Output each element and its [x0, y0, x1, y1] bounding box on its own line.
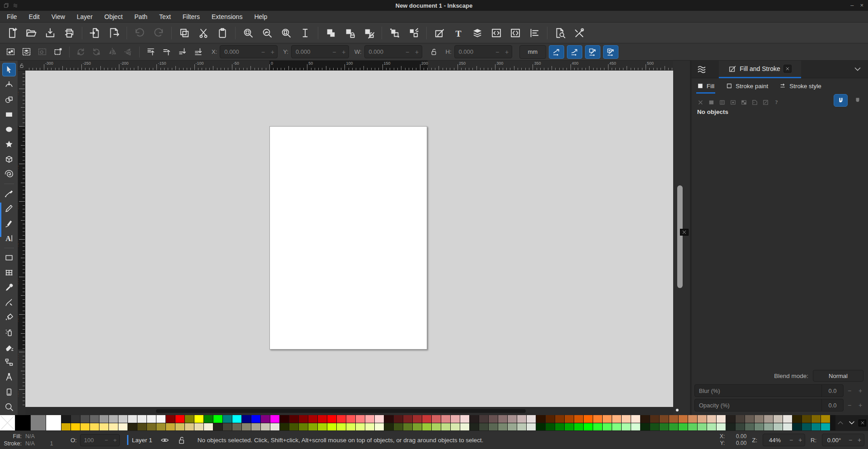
- palette-swatch[interactable]: [261, 415, 270, 423]
- w-field-increase[interactable]: +: [412, 48, 422, 56]
- object-properties-dialog-button[interactable]: [507, 24, 524, 42]
- select-all-button[interactable]: [3, 45, 18, 59]
- zoom-spinbox[interactable]: 44% − +: [763, 434, 805, 446]
- palette-swatch[interactable]: [413, 423, 422, 431]
- palette-swatch[interactable]: [213, 423, 222, 431]
- ellipse-tool[interactable]: [2, 123, 16, 136]
- opacity-slider[interactable]: Opacity (%) 0.0: [694, 399, 844, 411]
- layers-dialog-button[interactable]: [469, 24, 486, 42]
- palette-swatch[interactable]: [698, 423, 707, 431]
- palette-swatch[interactable]: [641, 415, 650, 423]
- palette-swatch[interactable]: [137, 415, 146, 423]
- opacity-decrease[interactable]: −: [102, 437, 111, 444]
- palette-swatch[interactable]: [802, 415, 811, 423]
- menu-edit[interactable]: Edit: [23, 11, 46, 22]
- palette-swatch[interactable]: [593, 423, 602, 431]
- palette-no-color[interactable]: [0, 415, 15, 430]
- palette-swatch[interactable]: [118, 423, 127, 431]
- palette-swatch[interactable]: [622, 415, 631, 423]
- gradient-tool[interactable]: [2, 251, 16, 265]
- palette-scroll-down-icon[interactable]: [847, 418, 856, 427]
- toggle-scale-stroke-width[interactable]: [549, 45, 564, 59]
- paint-help-button[interactable]: ?: [773, 99, 780, 106]
- palette-swatch[interactable]: [470, 415, 479, 423]
- palette-swatch[interactable]: [270, 415, 279, 423]
- palette-swatch[interactable]: [660, 423, 669, 431]
- save-document-button[interactable]: [42, 24, 59, 42]
- palette-swatch[interactable]: [508, 423, 517, 431]
- palette-swatch[interactable]: [109, 423, 118, 431]
- palette-swatch[interactable]: [175, 415, 184, 423]
- palette-swatch[interactable]: [403, 423, 412, 431]
- h-field[interactable]: 0.000−+: [454, 45, 512, 58]
- palette-swatch[interactable]: [346, 423, 355, 431]
- palette-swatch[interactable]: [432, 415, 441, 423]
- radial-gradient-button[interactable]: [730, 99, 736, 106]
- unknown-paint-button[interactable]: [762, 99, 769, 106]
- palette-swatch[interactable]: [156, 423, 165, 431]
- opacity-decrease-button[interactable]: −: [844, 402, 854, 409]
- palette-swatch[interactable]: [375, 415, 384, 423]
- palette-swatch[interactable]: [242, 415, 251, 423]
- unlink-clone-button[interactable]: [360, 24, 377, 42]
- minimize-button[interactable]: –: [850, 0, 854, 11]
- palette-swatch[interactable]: [631, 423, 640, 431]
- palette-swatch[interactable]: [147, 423, 156, 431]
- palette-swatch[interactable]: [365, 415, 374, 423]
- pencil-tool[interactable]: [2, 202, 16, 215]
- w-field-value[interactable]: 0.000: [365, 48, 403, 55]
- palette-swatch[interactable]: [337, 423, 346, 431]
- rotation-increase[interactable]: +: [855, 436, 864, 444]
- y-field[interactable]: 0.000−+: [291, 45, 349, 58]
- palette-swatch[interactable]: [451, 415, 460, 423]
- palette-swatch[interactable]: [745, 423, 754, 431]
- shape-builder-tool[interactable]: [2, 93, 16, 106]
- palette-swatch[interactable]: [337, 415, 346, 423]
- xml-editor-button[interactable]: [488, 24, 505, 42]
- palette-swatch[interactable]: [527, 415, 536, 423]
- mesh-gradient-tool[interactable]: [2, 266, 16, 279]
- palette-swatch[interactable]: [679, 423, 688, 431]
- group-button[interactable]: [386, 24, 403, 42]
- ruler-corner[interactable]: [18, 61, 25, 71]
- palette-swatch[interactable]: [546, 415, 555, 423]
- palette-swatch[interactable]: [327, 423, 336, 431]
- palette-swatch[interactable]: [71, 415, 80, 423]
- connector-tool[interactable]: [2, 355, 16, 369]
- zoom-tool[interactable]: [2, 400, 16, 414]
- palette-swatch[interactable]: [698, 415, 707, 423]
- menu-help[interactable]: Help: [248, 11, 273, 22]
- palette-swatch[interactable]: [707, 415, 716, 423]
- menu-file[interactable]: File: [1, 11, 23, 22]
- rotation-value[interactable]: 0.00°: [822, 437, 846, 444]
- zoom-increase[interactable]: +: [796, 436, 805, 444]
- palette-swatch[interactable]: [821, 423, 830, 431]
- measure-tool[interactable]: [2, 370, 16, 384]
- palette-swatch[interactable]: [527, 423, 536, 431]
- selector-tool[interactable]: [2, 63, 16, 76]
- palette-swatch[interactable]: [384, 423, 393, 431]
- swatch-button[interactable]: [751, 99, 758, 106]
- palette-swatch[interactable]: [156, 415, 165, 423]
- flat-color-button[interactable]: [708, 99, 715, 106]
- palette-swatch[interactable]: [669, 423, 678, 431]
- palette-swatch[interactable]: [31, 415, 46, 430]
- palette-swatch[interactable]: [612, 423, 621, 431]
- palette-swatch[interactable]: [280, 415, 289, 423]
- paint-bucket-tool[interactable]: [2, 311, 16, 324]
- menu-filters[interactable]: Filters: [177, 11, 206, 22]
- palette-swatch[interactable]: [707, 423, 716, 431]
- canvas[interactable]: [25, 71, 673, 407]
- palette-swatch[interactable]: [194, 415, 203, 423]
- palette-swatch[interactable]: [308, 423, 317, 431]
- palette-swatch[interactable]: [308, 415, 317, 423]
- palette-swatch[interactable]: [270, 423, 279, 431]
- palette-swatch[interactable]: [147, 415, 156, 423]
- blend-mode-select[interactable]: Normal: [813, 370, 863, 382]
- palette-swatch[interactable]: [555, 415, 564, 423]
- unit-select[interactable]: mm: [519, 45, 547, 59]
- palette-swatch[interactable]: [251, 415, 260, 423]
- fill-rule-nonzero-button[interactable]: [850, 94, 864, 107]
- palette-swatch[interactable]: [565, 415, 574, 423]
- linear-gradient-button[interactable]: [719, 99, 726, 106]
